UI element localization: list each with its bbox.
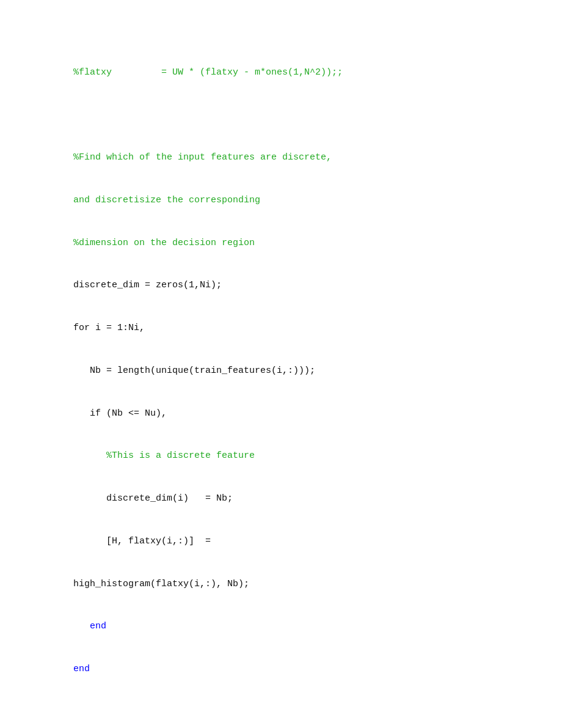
code-line: discrete_dim = zeros(1,Ni); [73, 278, 525, 292]
code-line: end [73, 662, 525, 676]
code-line: [H, flatxy(i,:)] = [73, 534, 525, 548]
code-line: Nb = length(unique(train_features(i,:)))… [73, 364, 525, 378]
code-line: discrete_dim(i) = Nb; [73, 491, 525, 506]
code-container: %flatxy = UW * (flatxy - m*ones(1,N^2));… [73, 37, 525, 728]
code-line: %dimension on the decision region [73, 236, 525, 250]
code-line: for i = 1:Ni, [73, 321, 525, 335]
code-line: %Find which of the input features are di… [73, 150, 525, 164]
code-line [73, 108, 525, 122]
code-line: %This is a discrete feature [73, 449, 525, 463]
code-line [73, 705, 525, 719]
code-line: %flatxy = UW * (flatxy - m*ones(1,N^2));… [73, 65, 525, 79]
code-line: if (Nb <= Nu), [73, 406, 525, 421]
code-content: %flatxy = UW * (flatxy - m*ones(1,N^2));… [73, 37, 525, 728]
code-line: end [73, 619, 525, 633]
code-line: and discretisize the corresponding [73, 193, 525, 207]
code-line: high_histogram(flatxy(i,:), Nb); [73, 577, 525, 591]
